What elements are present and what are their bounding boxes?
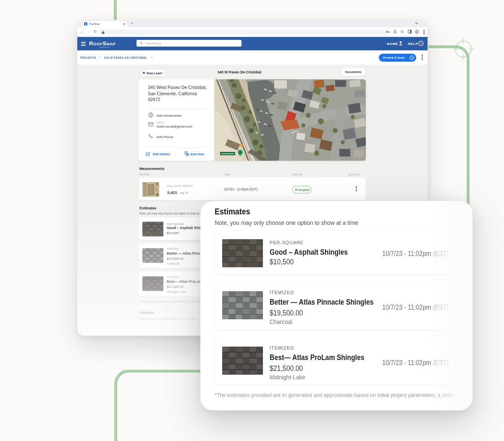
svg-text:?: ? bbox=[420, 42, 422, 45]
